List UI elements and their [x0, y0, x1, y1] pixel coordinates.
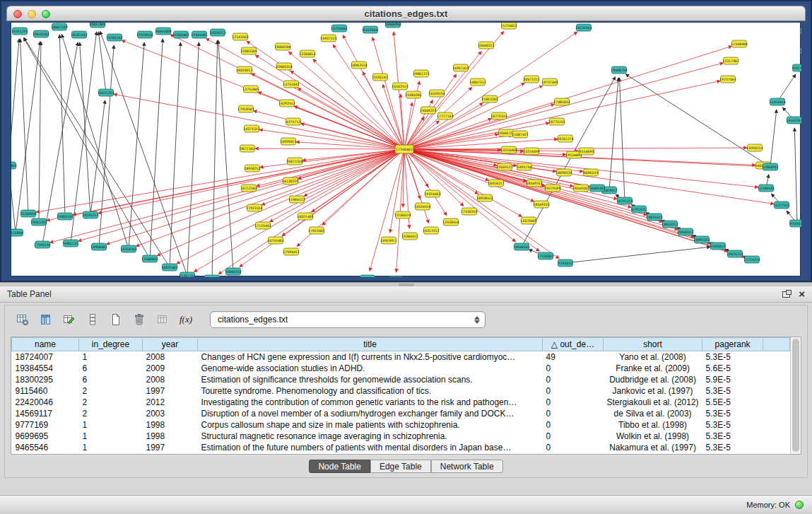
- table-row[interactable]: 977716911998Corpus callosum shape and si…: [12, 419, 790, 431]
- network-node[interactable]: 18183102: [71, 31, 87, 38]
- table-row[interactable]: 946554611997Estimation of the future num…: [12, 442, 790, 453]
- network-node[interactable]: 17777143: [437, 112, 453, 119]
- network-node[interactable]: 16491202: [799, 28, 801, 35]
- network-node[interactable]: 19820813: [204, 275, 220, 277]
- network-node[interactable]: 16046553: [225, 268, 241, 275]
- network-node[interactable]: 16556312: [359, 275, 375, 277]
- network-node[interactable]: 19448794: [611, 66, 627, 74]
- network-node[interactable]: 12506805: [141, 255, 158, 262]
- network-node[interactable]: 18775315: [490, 112, 507, 119]
- network-node[interactable]: 17536219: [461, 208, 477, 215]
- network-node[interactable]: 15724012: [500, 23, 517, 29]
- network-node[interactable]: 12217987: [722, 57, 739, 64]
- network-node[interactable]: 16021405: [297, 213, 313, 220]
- table-row[interactable]: 1938455462009Genome-wide association stu…: [12, 363, 790, 374]
- network-node[interactable]: 17714219: [743, 256, 760, 263]
- network-node[interactable]: 18549233: [533, 201, 549, 208]
- network-node[interactable]: 17485033: [553, 98, 570, 105]
- network-node[interactable]: 16326154: [428, 90, 445, 97]
- network-node[interactable]: 19344401: [191, 31, 207, 38]
- network-node[interactable]: 18775155: [548, 118, 565, 125]
- network-node[interactable]: 17590150: [34, 241, 50, 248]
- network-node[interactable]: 20610202: [33, 30, 49, 37]
- window-close-button[interactable]: [13, 10, 22, 18]
- network-node[interactable]: 10667109: [51, 23, 67, 30]
- network-node[interactable]: 15284511: [401, 233, 418, 240]
- network-node[interactable]: 14143351: [786, 117, 801, 124]
- network-node[interactable]: 16755403: [267, 237, 283, 244]
- network-node[interactable]: 17594413: [283, 248, 299, 255]
- network-node[interactable]: 16351255: [11, 28, 28, 35]
- network-node[interactable]: 16046312: [677, 228, 693, 235]
- network-node[interactable]: 17923318: [246, 204, 262, 211]
- network-node[interactable]: 15584201: [405, 91, 421, 98]
- network-node[interactable]: 19154453: [424, 190, 440, 197]
- column-header-name[interactable]: name: [12, 338, 79, 351]
- network-node[interactable]: 18134504: [575, 24, 592, 31]
- network-node[interactable]: 18469201: [589, 185, 605, 192]
- network-node[interactable]: 18963510: [351, 62, 367, 69]
- network-node[interactable]: 15556402: [172, 31, 189, 38]
- table-settings-icon[interactable]: [13, 310, 32, 329]
- network-node[interactable]: 20531203: [98, 89, 114, 96]
- network-node[interactable]: 18435214: [726, 250, 743, 257]
- network-node[interactable]: 16161274: [557, 135, 573, 142]
- network-node[interactable]: 16377531: [773, 201, 789, 209]
- network-node[interactable]: 15958214: [746, 144, 763, 151]
- network-node[interactable]: 13216099: [523, 148, 539, 155]
- import-table-icon[interactable]: [153, 310, 172, 329]
- table-row[interactable]: 2242004622012Investigating the contribut…: [12, 397, 790, 408]
- network-node[interactable]: 22083305: [240, 47, 257, 54]
- network-node[interactable]: 21853203: [481, 95, 498, 103]
- network-node[interactable]: 18096539: [555, 169, 572, 176]
- network-node[interactable]: 14275312: [243, 125, 259, 132]
- network-node[interactable]: 10908401: [90, 243, 107, 250]
- table-row[interactable]: 1872400712008Changes of HCN gene express…: [12, 351, 790, 363]
- scrollbar-thumb[interactable]: [792, 339, 799, 452]
- network-node[interactable]: 12186519: [394, 211, 411, 218]
- network-node[interactable]: 6791921: [632, 206, 647, 213]
- network-node[interactable]: 12260814: [299, 50, 315, 57]
- network-node[interactable]: 18435112: [387, 276, 404, 277]
- network-node[interactable]: 11060941: [762, 163, 778, 170]
- network-node[interactable]: 18549312: [526, 180, 542, 187]
- window-minimize-button[interactable]: [28, 10, 36, 18]
- network-node[interactable]: 14534516: [414, 203, 430, 210]
- table-selector-dropdown[interactable]: citations_edges.txt: [210, 311, 486, 328]
- network-node[interactable]: 19015413: [646, 214, 662, 221]
- network-node[interactable]: 9245033: [790, 220, 802, 227]
- network-node[interactable]: 16020612: [236, 66, 252, 74]
- table-row[interactable]: 911546021997Tourette syndrome. Phenomeno…: [12, 385, 790, 397]
- network-node[interactable]: 9227034: [793, 64, 802, 71]
- network-node[interactable]: 19737049: [541, 78, 558, 86]
- network-node[interactable]: 18431100: [799, 47, 801, 54]
- network-node[interactable]: 15937215: [320, 35, 336, 42]
- network-node[interactable]: 16640213: [478, 42, 494, 49]
- network-node[interactable]: 10992221: [693, 236, 710, 243]
- network-node[interactable]: 18195213: [82, 211, 98, 218]
- tab-network-table[interactable]: Network Table: [431, 460, 503, 473]
- tab-edge-table[interactable]: Edge Table: [370, 460, 431, 473]
- tab-node-table[interactable]: Node Table: [309, 460, 370, 473]
- network-node[interactable]: 3220141: [373, 74, 388, 81]
- network-node[interactable]: 19861273: [413, 70, 429, 77]
- network-node[interactable]: 16712103: [240, 185, 257, 192]
- network-node[interactable]: 15046321: [420, 107, 436, 114]
- network-node[interactable]: 12143503: [232, 33, 248, 40]
- network-node[interactable]: 15724403: [331, 25, 347, 32]
- network-node[interactable]: 15260102: [106, 34, 122, 41]
- columns-icon[interactable]: [37, 310, 55, 329]
- window-zoom-button[interactable]: [42, 10, 50, 18]
- network-node[interactable]: 11548408: [731, 40, 747, 47]
- network-node[interactable]: 4275712: [286, 118, 301, 125]
- network-node[interactable]: 18660204: [274, 43, 290, 50]
- network-node[interactable]: 12706520: [758, 185, 774, 192]
- network-node[interactable]: 16213212: [423, 227, 439, 234]
- network-node[interactable]: 16919917: [380, 237, 396, 244]
- network-node[interactable]: 14292512: [278, 100, 295, 107]
- table-row[interactable]: 969969511998Structural magnetic resonanc…: [12, 431, 790, 442]
- network-node[interactable]: 19328558: [136, 31, 153, 38]
- network-node[interactable]: 5131804: [11, 229, 23, 236]
- network-node[interactable]: 20573212: [523, 76, 539, 83]
- network-node[interactable]: 5495750: [517, 163, 532, 170]
